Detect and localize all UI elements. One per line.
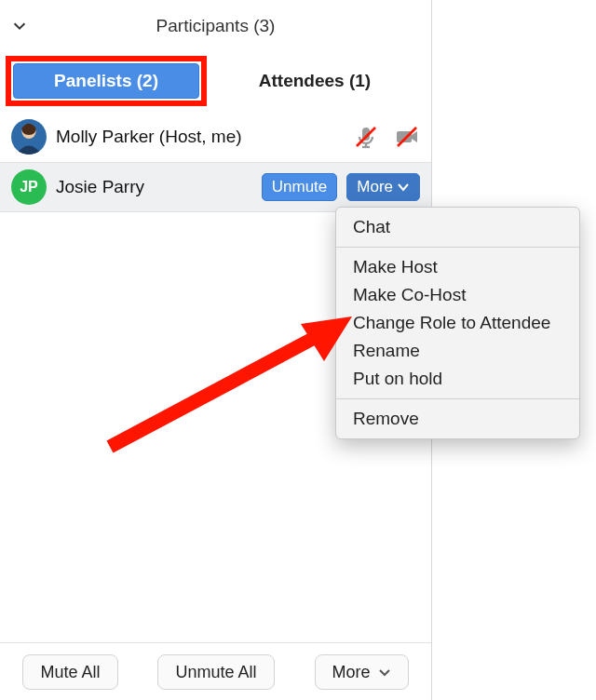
- more-button[interactable]: More: [346, 173, 420, 201]
- menu-item-chat[interactable]: Chat: [336, 213, 579, 241]
- menu-item-remove[interactable]: Remove: [336, 405, 579, 433]
- menu-item-change-role[interactable]: Change Role to Attendee: [336, 309, 579, 337]
- menu-item-put-on-hold[interactable]: Put on hold: [336, 365, 579, 393]
- participant-row[interactable]: Molly Parker (Host, me): [0, 112, 431, 162]
- unmute-label: Unmute: [272, 174, 328, 200]
- unmute-button[interactable]: Unmute: [262, 173, 338, 201]
- panel-footer: Mute All Unmute All More: [0, 642, 431, 700]
- menu-item-rename[interactable]: Rename: [336, 337, 579, 365]
- annotation-highlight-box: Panelists (2): [6, 56, 207, 106]
- participant-row[interactable]: JP Josie Parry Unmute More: [0, 162, 431, 212]
- mic-muted-icon: [353, 124, 379, 150]
- avatar: [11, 119, 47, 155]
- unmute-all-button[interactable]: Unmute All: [157, 654, 274, 690]
- participant-name: Molly Parker (Host, me): [56, 127, 242, 147]
- collapse-chevron-icon[interactable]: [11, 18, 28, 34]
- footer-more-button[interactable]: More: [315, 654, 409, 690]
- more-dropdown-menu: Chat Make Host Make Co-Host Change Role …: [335, 207, 580, 439]
- menu-divider: [336, 398, 579, 399]
- tab-attendees[interactable]: Attendees (1): [212, 63, 417, 99]
- menu-divider: [336, 247, 579, 248]
- menu-item-make-host[interactable]: Make Host: [336, 253, 579, 281]
- avatar: JP: [11, 169, 47, 205]
- tab-panelists[interactable]: Panelists (2): [13, 63, 199, 99]
- chevron-down-icon: [397, 181, 410, 194]
- mute-all-button[interactable]: Mute All: [22, 654, 117, 690]
- more-label: More: [357, 174, 393, 200]
- panel-header: Participants (3): [0, 0, 431, 52]
- chevron-down-icon: [378, 666, 391, 679]
- tabs-row: Panelists (2) Attendees (1): [0, 52, 431, 112]
- participant-name: Josie Parry: [56, 177, 144, 197]
- menu-item-make-cohost[interactable]: Make Co-Host: [336, 281, 579, 309]
- camera-off-icon: [394, 124, 420, 150]
- panel-title: Participants (3): [28, 16, 403, 36]
